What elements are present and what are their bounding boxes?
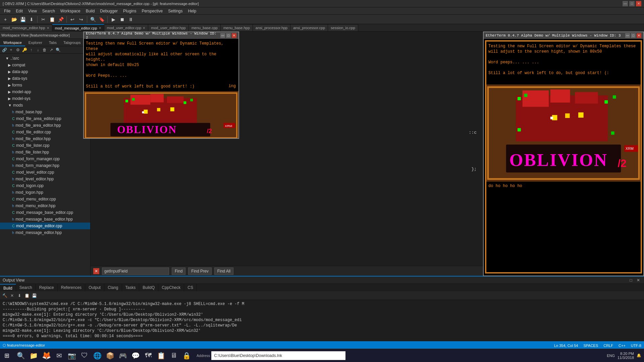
tab-mod-user-editor-cpp[interactable]: mod_user_editor.cpp ✕ [104, 24, 149, 31]
tree-file-mod-file-lister-cpp[interactable]: C mod_file_lister.cpp [0, 142, 90, 149]
sidebar-tab-tabs[interactable]: Tabs [46, 39, 60, 46]
menu-view[interactable]: View [25, 7, 40, 15]
out-tab-search[interactable]: Search [16, 284, 36, 291]
tab-mod-user-editor-hpp[interactable]: mod_user_editor.hpp [148, 24, 189, 31]
tree-file-mod-file-area-editor-hpp[interactable]: h mod_file_area_editor.hpp [0, 122, 90, 129]
close-button[interactable]: ✕ [636, 1, 641, 6]
start-button[interactable]: ⊞ [0, 349, 13, 362]
sidebar-tool-settings[interactable]: ⚙ [15, 47, 21, 53]
tree-file-mod-menu-editor-hpp[interactable]: h mod_menu_editor.hpp [0, 202, 90, 209]
output-maximize-button[interactable]: □ [628, 277, 634, 283]
taskbar-map-icon[interactable]: 🗺 [142, 350, 154, 362]
toolbar-build[interactable]: ▶ [109, 15, 117, 23]
find-prev-button[interactable]: Find Prev [188, 267, 211, 275]
menu-build[interactable]: Build [83, 7, 98, 15]
toolbar-paste[interactable]: 📌 [57, 15, 65, 23]
tree-file-mod-file-area-editor-cpp[interactable]: C mod_file_area_editor.cpp [0, 115, 90, 122]
tab-menu-base-hpp[interactable]: menu_base.hpp [221, 24, 253, 31]
toolbar-open[interactable]: 📂 [10, 15, 18, 23]
tree-item-compat[interactable]: ▶ compat [0, 62, 90, 68]
toolbar-copy[interactable]: 📋 [48, 15, 56, 23]
tree-file-mod-form-manager-hpp[interactable]: h mod_form_manager.hpp [0, 162, 90, 169]
tab-menu-base-cpp[interactable]: menu_base.cpp [189, 24, 221, 31]
out-tab-cs[interactable]: CS [184, 284, 197, 291]
toolbar-save[interactable]: 💾 [19, 15, 27, 23]
tree-file-mod-level-editor-hpp[interactable]: h mod_level_editor.hpp [0, 176, 90, 182]
sidebar-tool-add[interactable]: + [8, 47, 14, 53]
terminal-max-2[interactable]: □ [226, 33, 231, 38]
menu-debugger[interactable]: Debugger [97, 7, 120, 15]
tree-file-mod-logon-cpp[interactable]: C mod_logon.cpp [0, 182, 90, 189]
tree-item-model-sys[interactable]: ▶ model-sys [0, 95, 90, 102]
terminal-min-3[interactable]: — [625, 33, 630, 38]
toolbar-bookmark[interactable]: 🔖 [98, 15, 106, 23]
toolbar-save-all[interactable]: ⬇ [28, 15, 36, 23]
sidebar-tool-key[interactable]: 🔑 [21, 47, 28, 53]
find-button[interactable]: Find [172, 267, 185, 275]
menu-perspective[interactable]: Perspective [139, 7, 165, 15]
taskbar-shield-icon[interactable]: 🛡 [78, 350, 91, 362]
sidebar-tool-up[interactable]: ↑ [28, 47, 34, 53]
sidebar-tab-explorer[interactable]: Explorer [25, 39, 46, 46]
tree-item-data-sys[interactable]: ▶ data-sys [0, 75, 90, 82]
tab-close-icon[interactable]: ✕ [47, 26, 49, 30]
taskbar-package-icon[interactable]: 📦 [104, 350, 116, 362]
tab-close-icon[interactable]: ✕ [143, 26, 145, 30]
taskbar-explorer-icon[interactable]: 📁 [28, 350, 40, 362]
output-close-button[interactable]: ✕ [635, 277, 641, 283]
taskbar-chat-icon[interactable]: 💬 [129, 350, 142, 362]
find-input[interactable] [102, 267, 169, 275]
out-tab-references[interactable]: References [58, 284, 85, 291]
out-tab-clang[interactable]: Clang [104, 284, 122, 291]
tree-file-mod-message-base-editor-cpp[interactable]: C mod_message_base_editor.cpp [0, 209, 90, 216]
tree-item-data-app[interactable]: ▶ data-app [0, 68, 90, 75]
find-all-button[interactable]: Find All [214, 267, 233, 275]
tree-file-mod-file-editor-cpp[interactable]: C mod_file_editor.cpp [0, 129, 90, 135]
address-input[interactable] [211, 351, 345, 360]
terminal-close-2[interactable]: ✕ [232, 33, 236, 38]
out-tab-replace[interactable]: Replace [36, 284, 58, 291]
taskbar-camera-icon[interactable]: 📷 [66, 350, 78, 362]
output-down-btn[interactable]: ⬇ [16, 292, 23, 299]
out-tab-build[interactable]: Build [0, 284, 16, 291]
out-tab-buildq[interactable]: BuildQ [139, 284, 158, 291]
sidebar-tool-nav[interactable]: ↗ [48, 47, 54, 53]
menu-workspace[interactable]: Workspace [58, 7, 83, 15]
tab-close-active-icon[interactable]: ✕ [99, 26, 101, 30]
taskbar-game-icon[interactable]: 🎮 [117, 350, 129, 362]
tree-file-mod-base-hpp[interactable]: h mod_base.hpp [0, 109, 90, 115]
tree-file-mod-level-editor-cpp[interactable]: C mod_level_editor.cpp [0, 169, 90, 176]
terminal-window-3[interactable]: EtherTerm 0.4.7 Alpha Demo w/ Multiple W… [483, 32, 644, 276]
tree-item-forms[interactable]: ▶ forms [0, 82, 90, 88]
terminal-window-2[interactable]: EtherTerm 0.4.7 Alpha Demo w/ Multiple W… [83, 32, 239, 139]
tree-file-mod-logon-hpp[interactable]: h mod_logon.hpp [0, 189, 90, 196]
tab-session-io-cpp[interactable]: session_io.cpp [328, 24, 358, 31]
sidebar-tab-tabgroups[interactable]: Tabgroups [60, 39, 84, 46]
menu-edit[interactable]: Edit [13, 7, 25, 15]
tree-file-mod-form-manager-cpp[interactable]: C mod_form_manager.cpp [0, 156, 90, 162]
toolbar-cut[interactable]: ✂ [39, 15, 47, 23]
menu-settings[interactable]: Settings [165, 7, 185, 15]
tree-file-mod-message-editor-hpp[interactable]: h mod_message_editor.hpp [0, 229, 90, 236]
menu-file[interactable]: File [1, 7, 13, 15]
tree-root[interactable]: ▼ ..\src [0, 55, 90, 62]
tree-file-mod-menu-editor-cpp[interactable]: C mod_menu_editor.cpp [0, 196, 90, 202]
tab-ansi-processor-hpp[interactable]: ansi_processor.hpp [253, 24, 290, 31]
tree-file-mod-message-editor-cpp[interactable]: C mod_message_editor.cpp [0, 223, 90, 229]
output-copy-btn[interactable]: 📋 [23, 292, 30, 299]
tree-file-mod-file-lister-hpp[interactable]: h mod_file_lister.hpp [0, 149, 90, 156]
tab-mod-message-editor-hpp[interactable]: mod_message_editor.hpp ✕ [0, 24, 52, 31]
toolbar-undo[interactable]: ↩ [68, 15, 76, 23]
terminal-max-3[interactable]: □ [631, 33, 636, 38]
find-close-button[interactable]: ✕ [93, 268, 99, 274]
menu-plugins[interactable]: Plugins [120, 7, 139, 15]
sidebar-tab-workspace[interactable]: Workspace [0, 39, 25, 46]
tab-ansi-processor-cpp[interactable]: ansi_processor.cpp [290, 24, 328, 31]
out-tab-tasks[interactable]: Tasks [122, 284, 140, 291]
output-save-btn[interactable]: 💾 [31, 292, 38, 299]
tree-item-mods[interactable]: ▼ mods [0, 102, 90, 109]
tree-item-model-app[interactable]: ▶ model-app [0, 88, 90, 95]
sidebar-tool-down[interactable]: ↓ [35, 47, 41, 53]
taskbar-ie-icon[interactable]: 🌐 [91, 350, 103, 362]
terminal-min-2[interactable]: — [220, 33, 225, 38]
